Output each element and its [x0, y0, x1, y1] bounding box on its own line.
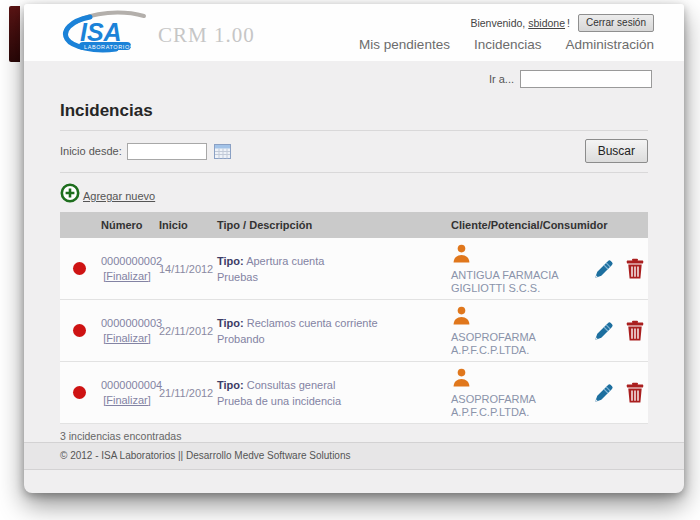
trash-icon[interactable] — [626, 258, 644, 279]
page-title: Incidencias — [60, 101, 648, 121]
goto-input[interactable] — [520, 70, 652, 88]
start-date: 22/11/2012 — [156, 321, 214, 341]
main-nav: Mis pendientes Incidencias Administració… — [359, 37, 654, 52]
isa-laboratorios-logo: ISA LABORATORIOS — [60, 9, 148, 56]
description: Probando — [217, 333, 265, 345]
type-label: Tipo: — [217, 317, 244, 329]
person-icon — [451, 367, 585, 391]
add-new-link[interactable]: Agregar nuevo — [83, 190, 155, 202]
finalize-link[interactable]: [Finalizar] — [103, 394, 151, 406]
pencil-icon[interactable] — [593, 382, 615, 404]
incident-number-link[interactable]: 0000000002 — [101, 255, 162, 267]
welcome-row: Bienvenido, sbidone ! Cerrar sesión — [470, 14, 654, 32]
type-label: Tipo: — [217, 255, 244, 267]
app-header: ISA LABORATORIOS CRM 1.00 Bienvenido, sb… — [24, 4, 684, 61]
goto-row: Ir a... — [24, 61, 684, 88]
type-value: Apertura cuenta — [246, 255, 324, 267]
username-link[interactable]: sbidone — [528, 17, 565, 29]
search-button[interactable]: Buscar — [585, 139, 648, 163]
results-count: 3 incidencias encontradas — [60, 430, 648, 442]
crm-window: ISA LABORATORIOS CRM 1.00 Bienvenido, sb… — [24, 4, 684, 493]
logo-text-isa: ISA — [80, 18, 122, 46]
col-cliente: Cliente/Potencial/Consumidor — [448, 219, 588, 231]
client-name[interactable]: ASOPROFARMA A.P.F.C.P.LTDA. — [451, 331, 535, 356]
page-body: Ir a... Incidencias Inicio desde: Buscar — [24, 61, 684, 493]
status-dot-icon — [73, 386, 86, 399]
start-date: 21/11/2012 — [156, 383, 214, 403]
copyright-text: © 2012 - ISA Laboratorios || Desarrollo … — [60, 450, 351, 461]
goto-label: Ir a... — [489, 73, 514, 85]
filter-label: Inicio desde: — [60, 145, 122, 157]
calendar-icon[interactable] — [214, 143, 231, 159]
footer: © 2012 - ISA Laboratorios || Desarrollo … — [24, 442, 684, 470]
description: Prueba de una incidencia — [217, 395, 341, 407]
type-value: Consultas general — [247, 379, 336, 391]
table-row: 0000000002 [Finalizar] 14/11/2012 Tipo: … — [60, 238, 648, 300]
bottom-area — [24, 470, 684, 493]
type-label: Tipo: — [217, 379, 244, 391]
incident-number-link[interactable]: 0000000004 — [101, 379, 162, 391]
client-name[interactable]: ANTIGUA FARMACIA GIGLIOTTI S.C.S. — [451, 269, 558, 294]
start-date-input[interactable] — [127, 143, 207, 160]
status-dot-icon — [73, 324, 86, 337]
status-dot-icon — [73, 262, 86, 275]
person-icon — [451, 305, 585, 329]
client-name[interactable]: ASOPROFARMA A.P.F.C.P.LTDA. — [451, 393, 535, 418]
table-row: 0000000003 [Finalizar] 22/11/2012 Tipo: … — [60, 300, 648, 362]
finalize-link[interactable]: [Finalizar] — [103, 332, 151, 344]
welcome-suffix: ! — [567, 17, 570, 29]
col-tipo-descripcion: Tipo / Descripción — [214, 219, 448, 231]
person-icon — [451, 243, 585, 267]
add-plus-icon[interactable] — [60, 183, 80, 203]
description: Pruebas — [217, 271, 258, 283]
nav-item-administracion[interactable]: Administración — [565, 37, 654, 52]
type-value: Reclamos cuenta corriente — [247, 317, 378, 329]
logout-button[interactable]: Cerrar sesión — [578, 14, 654, 32]
col-numero: Número — [98, 219, 156, 231]
col-inicio: Inicio — [156, 219, 214, 231]
header-right: Bienvenido, sbidone ! Cerrar sesión Mis … — [359, 14, 654, 52]
finalize-link[interactable]: [Finalizar] — [103, 270, 151, 282]
nav-item-mis-pendientes[interactable]: Mis pendientes — [359, 37, 450, 52]
pencil-icon[interactable] — [593, 258, 615, 280]
background-window-edge — [9, 6, 20, 62]
incident-number-link[interactable]: 0000000003 — [101, 317, 162, 329]
trash-icon[interactable] — [626, 320, 644, 341]
trash-icon[interactable] — [626, 382, 644, 403]
pencil-icon[interactable] — [593, 320, 615, 342]
filter-row: Inicio desde: Buscar — [60, 131, 648, 172]
table-header-row: Número Inicio Tipo / Descripción Cliente… — [60, 212, 648, 238]
nav-item-incidencias[interactable]: Incidencias — [474, 37, 542, 52]
start-date: 14/11/2012 — [156, 259, 214, 279]
incidents-table: Número Inicio Tipo / Descripción Cliente… — [60, 212, 648, 424]
table-row: 0000000004 [Finalizar] 21/11/2012 Tipo: … — [60, 362, 648, 424]
welcome-text: Bienvenido, — [470, 17, 525, 29]
add-new-row: Agregar nuevo — [60, 173, 648, 212]
logo-text-laboratorios: LABORATORIOS — [84, 44, 134, 50]
app-title: CRM 1.00 — [158, 23, 255, 48]
content-area: Incidencias Inicio desde: Buscar — [24, 88, 684, 442]
